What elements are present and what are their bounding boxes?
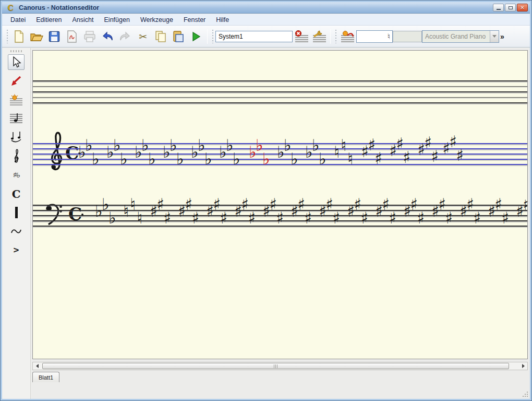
redo-icon (119, 31, 131, 42)
staff-line (33, 97, 527, 98)
print-button[interactable] (81, 29, 99, 44)
score-page[interactable]: C ♭♭♭♭♭♭♭♭♭♭♭♭♭♭♭♭♭♭♭♭♭♭♭♭♭♭♭♮♮♮♯♯♯♯♯♯♯♯… (32, 50, 528, 359)
sharp-accidental[interactable]: ♯ (360, 208, 369, 227)
staff-line (33, 91, 527, 92)
remove-context-button[interactable] (293, 29, 310, 44)
menu-editieren[interactable]: Editieren (31, 15, 67, 25)
insert-barline-tool[interactable] (8, 205, 25, 220)
maximize-button[interactable] (505, 4, 516, 11)
redo-button[interactable] (116, 29, 134, 44)
flat-accidental[interactable]: ♭ (203, 149, 213, 168)
play-button[interactable] (187, 29, 205, 44)
new-context-tool[interactable] (8, 92, 25, 108)
play-icon (191, 31, 201, 42)
menu-fenster[interactable]: Fenster (178, 15, 211, 25)
flat-accidental[interactable]: ♭ (147, 149, 156, 168)
staff-treble[interactable]: C ♭♭♭♭♭♭♭♭♭♭♭♭♭♭♭♭♭♭♭♭♭♭♭♭♭♭♭♮♮♮♯♯♯♯♯♯♯♯… (33, 143, 527, 165)
sharp-accidental[interactable]: ♯ (473, 208, 482, 227)
sharp-accidental[interactable]: ♯ (444, 208, 454, 227)
edit-mode-tool[interactable] (8, 73, 25, 89)
menu-ansicht[interactable]: Ansicht (67, 15, 99, 25)
titlebar[interactable]: C Canorus - Notationseditor ✕ (2, 2, 530, 14)
toolbar-grip[interactable] (211, 30, 214, 43)
minimize-button[interactable] (493, 4, 504, 11)
toolbar-grip[interactable] (334, 30, 337, 43)
sharp-accidental[interactable]: ♯ (275, 208, 285, 227)
flat-accidental[interactable]: ♭ (107, 208, 117, 227)
sharp-accidental[interactable]: ♯ (332, 208, 341, 227)
select-cursor-icon (11, 56, 21, 68)
barline-icon (15, 207, 18, 218)
menu-einfuegen[interactable]: Einfügen (99, 15, 135, 25)
natural-accidental[interactable]: ♮ (135, 208, 144, 227)
insert-articulation-tool[interactable]: > (8, 242, 25, 258)
midi-channel-input[interactable] (393, 31, 422, 42)
paste-button[interactable] (170, 29, 187, 44)
flat-accidental[interactable]: ♭ (119, 149, 128, 168)
close-button[interactable]: ✕ (517, 4, 528, 11)
sharp-accidental[interactable]: ♯ (247, 208, 257, 227)
export-pdf-button[interactable] (63, 29, 81, 44)
copy-button[interactable] (152, 29, 170, 44)
sharp-accidental[interactable]: ♯ (455, 146, 465, 164)
save-button[interactable] (45, 29, 63, 44)
staff-empty[interactable] (33, 80, 527, 103)
menu-werkzeuge[interactable]: Werkzeuge (135, 15, 178, 25)
app-window: C Canorus - Notationseditor ✕ Datei Edit… (0, 0, 532, 401)
sharp-accidental[interactable]: ♯ (219, 208, 228, 227)
scrollbar-track[interactable] (41, 362, 519, 370)
flat-accidental[interactable]: ♭ (232, 149, 241, 168)
undo-button[interactable] (99, 29, 116, 44)
natural-accidental[interactable]: ♮ (346, 149, 355, 168)
resize-grip[interactable] (522, 391, 528, 397)
menu-hilfe[interactable]: Hilfe (211, 15, 234, 25)
flat-accidental[interactable]: ♭ (289, 149, 299, 168)
voice-stem-combo[interactable]: ♮ (356, 30, 393, 43)
insert-dynamic-tool[interactable] (8, 223, 25, 239)
flat-accidental[interactable]: ♭ (91, 149, 100, 168)
main-toolbar: ✂ (2, 26, 530, 48)
flat-accidental[interactable]: ♭ (318, 149, 327, 168)
toolbar-grip[interactable] (6, 30, 8, 43)
sharp-accidental[interactable]: ♯ (304, 208, 313, 227)
scroll-right-button[interactable] (519, 362, 527, 370)
scroll-left-button[interactable] (33, 362, 41, 370)
instrument-combobox[interactable]: Acoustic Grand Piano (422, 30, 499, 43)
sharp-accidental[interactable]: ♯ (374, 149, 383, 168)
horizontal-scrollbar[interactable] (32, 362, 528, 370)
scrollbar-thumb[interactable] (42, 363, 509, 369)
flat-accidental[interactable]: ♭ (261, 149, 271, 168)
cut-button[interactable]: ✂ (134, 29, 152, 44)
context-name-input[interactable] (215, 31, 293, 42)
insert-note-tool[interactable] (8, 111, 25, 126)
select-mode-tool[interactable] (8, 54, 25, 70)
sharp-accidental[interactable]: ♯ (402, 148, 412, 167)
sharp-accidental[interactable]: ♯ (191, 208, 200, 227)
flat-accidental[interactable]: ♭ (175, 149, 185, 168)
toolbar-overflow-button[interactable]: » (500, 32, 504, 41)
window-title: Canorus - Notationseditor (19, 4, 99, 11)
sidebar-grip[interactable] (10, 50, 22, 52)
sharp-accidental[interactable]: ♯ (416, 208, 426, 227)
insert-clef-tool[interactable] (8, 148, 25, 164)
menu-datei[interactable]: Datei (5, 15, 31, 25)
staff-bass[interactable]: C ♭♭♭♮♮♮♯♯♯♯♯♯♯♯♯♯♯♯♯♯♯♯♯♯♯♯♯♯♯♯♯♯♯♯♯♯♯♯… (33, 205, 527, 227)
new-voice-button[interactable] (338, 29, 356, 44)
context-properties-button[interactable] (310, 29, 328, 44)
insert-time-signature-tool[interactable]: C (8, 186, 25, 202)
new-document-button[interactable] (10, 29, 28, 44)
sharp-accidental[interactable]: ♯ (522, 195, 528, 214)
toolbar-separator (330, 29, 331, 44)
sharp-accidental[interactable]: ♯ (163, 208, 172, 227)
sharp-accidental[interactable]: ♯ (501, 208, 510, 227)
staff-line (33, 102, 527, 103)
open-button[interactable] (28, 29, 45, 44)
remove-context-icon (294, 30, 309, 43)
insert-slur-tool[interactable] (8, 129, 25, 145)
sharp-accidental[interactable]: ♯ (430, 147, 440, 166)
insert-key-signature-tool[interactable]: ♯♮♭ (8, 167, 25, 183)
sheet-tab[interactable]: Blatt1 (32, 372, 59, 382)
voice-stem-glyph: ♮ (388, 32, 390, 41)
sharp-accidental[interactable]: ♯ (388, 208, 397, 227)
instrument-dropdown-button[interactable] (490, 31, 499, 42)
